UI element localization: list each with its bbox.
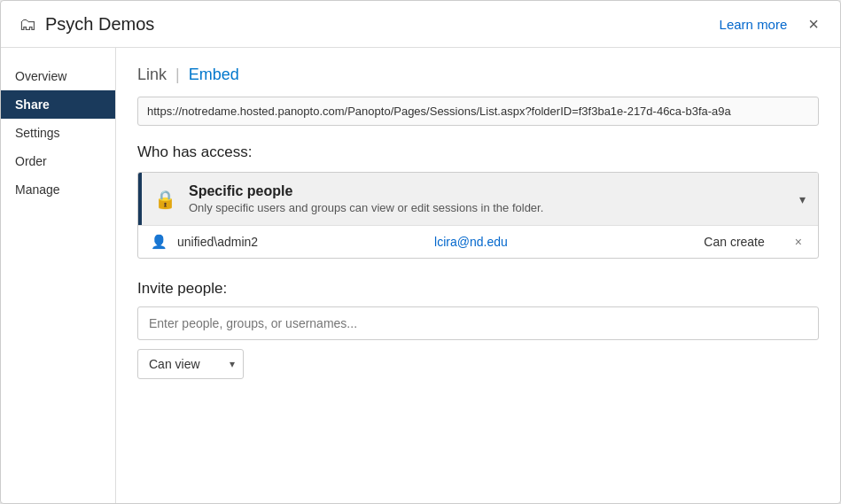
header-left: 🗂 Psych Demos (19, 14, 154, 35)
role-select-wrapper: Can view Can edit Can create ▾ (137, 349, 244, 379)
access-card-main[interactable]: 🔒 Specific people Only specific users an… (138, 173, 818, 225)
main-content: Link | Embed https://notredame.hosted.pa… (116, 48, 840, 503)
remove-user-button[interactable]: × (791, 235, 806, 249)
access-info: Specific people Only specific users and … (189, 183, 787, 214)
access-section-label: Who has access: (137, 143, 819, 161)
tabs: Link | Embed (137, 66, 819, 84)
user-email-link[interactable]: lcira@nd.edu (376, 235, 565, 249)
invite-input[interactable] (137, 306, 819, 340)
sidebar-item-order[interactable]: Order (1, 147, 115, 175)
header-right: Learn more × (720, 13, 822, 35)
invite-label: Invite people: (137, 280, 819, 298)
tab-link[interactable]: Link (137, 66, 167, 84)
table-row: 👤 unified\admin2 lcira@nd.edu Can create… (138, 225, 818, 258)
access-card: 🔒 Specific people Only specific users an… (137, 172, 819, 259)
user-role: Can create (575, 235, 783, 249)
tab-divider: | (175, 66, 180, 84)
sidebar-item-overview[interactable]: Overview (1, 62, 115, 90)
sidebar: Overview Share Settings Order Manage (1, 48, 116, 503)
role-select[interactable]: Can view Can edit Can create (137, 349, 244, 379)
access-description: Only specific users and groups can view … (189, 201, 787, 214)
learn-more-link[interactable]: Learn more (720, 17, 788, 32)
tab-embed[interactable]: Embed (189, 66, 239, 84)
dialog-title: Psych Demos (45, 14, 154, 35)
share-dialog: 🗂 Psych Demos Learn more × Overview Shar… (0, 0, 841, 504)
sidebar-item-manage[interactable]: Manage (1, 175, 115, 204)
sidebar-item-settings[interactable]: Settings (1, 119, 115, 147)
invite-section: Invite people: Can view Can edit Can cre… (137, 280, 819, 379)
user-name: unified\admin2 (177, 235, 367, 249)
close-button[interactable]: × (805, 13, 822, 35)
access-title: Specific people (189, 183, 787, 199)
dialog-header: 🗂 Psych Demos Learn more × (1, 1, 840, 48)
url-display[interactable]: https://notredame.hosted.panopto.com/Pan… (137, 97, 819, 126)
access-chevron-icon: ▾ (799, 192, 806, 206)
folder-icon: 🗂 (19, 14, 36, 35)
sidebar-item-share[interactable]: Share (1, 90, 115, 119)
user-icon: 👤 (151, 234, 168, 250)
dialog-body: Overview Share Settings Order Manage Lin… (1, 48, 840, 503)
lock-icon: 🔒 (154, 189, 176, 210)
